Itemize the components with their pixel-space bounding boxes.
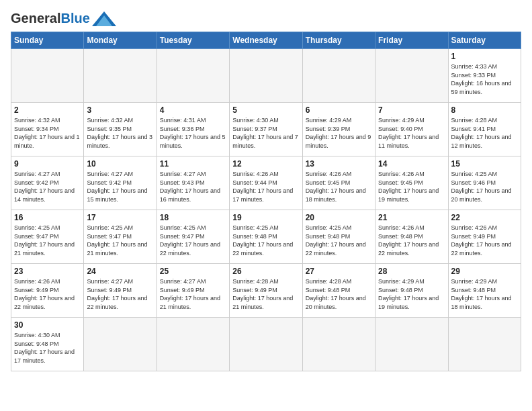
weekday-row: SundayMondayTuesdayWednesdayThursdayFrid…: [11, 32, 521, 49]
calendar-cell: 7Sunrise: 4:29 AM Sunset: 9:40 PM Daylig…: [375, 103, 448, 156]
cell-info: Sunrise: 4:27 AM Sunset: 9:49 PM Dayligh…: [160, 277, 226, 311]
cell-info: Sunrise: 4:25 AM Sunset: 9:46 PM Dayligh…: [451, 170, 518, 203]
day-number: 27: [306, 267, 372, 276]
day-number: 25: [160, 267, 226, 276]
calendar-cell: 23Sunrise: 4:26 AM Sunset: 9:49 PM Dayli…: [11, 264, 84, 318]
calendar-cell: [157, 318, 229, 371]
calendar-cell: [375, 318, 448, 371]
day-number: 29: [451, 267, 518, 276]
cell-info: Sunrise: 4:29 AM Sunset: 9:48 PM Dayligh…: [378, 277, 445, 311]
logo-row: GeneralBlue: [11, 11, 116, 26]
day-number: 26: [232, 267, 299, 276]
cell-info: Sunrise: 4:26 AM Sunset: 9:45 PM Dayligh…: [378, 170, 445, 203]
logo-text: GeneralBlue: [11, 11, 90, 26]
cell-info: Sunrise: 4:29 AM Sunset: 9:40 PM Dayligh…: [378, 116, 445, 150]
calendar-cell: 28Sunrise: 4:29 AM Sunset: 9:48 PM Dayli…: [375, 264, 448, 318]
day-number: 28: [378, 267, 445, 276]
calendar-header: SundayMondayTuesdayWednesdayThursdayFrid…: [11, 32, 521, 49]
day-number: 1: [451, 52, 518, 61]
cell-info: Sunrise: 4:26 AM Sunset: 9:49 PM Dayligh…: [451, 224, 518, 257]
page-container: GeneralBlue SundayMondayTuesdayWednesday…: [11, 11, 521, 371]
cell-info: Sunrise: 4:27 AM Sunset: 9:42 PM Dayligh…: [14, 170, 81, 203]
calendar-cell: 15Sunrise: 4:25 AM Sunset: 9:46 PM Dayli…: [448, 156, 521, 210]
cell-info: Sunrise: 4:27 AM Sunset: 9:42 PM Dayligh…: [87, 170, 153, 203]
calendar-cell: [230, 318, 302, 371]
cell-info: Sunrise: 4:28 AM Sunset: 9:48 PM Dayligh…: [306, 277, 372, 311]
calendar-cell: 3Sunrise: 4:32 AM Sunset: 9:35 PM Daylig…: [84, 103, 157, 156]
calendar-cell: 25Sunrise: 4:27 AM Sunset: 9:49 PM Dayli…: [157, 264, 229, 318]
calendar-cell: 29Sunrise: 4:29 AM Sunset: 9:48 PM Dayli…: [448, 264, 521, 318]
day-number: 2: [14, 105, 81, 115]
cell-info: Sunrise: 4:25 AM Sunset: 9:47 PM Dayligh…: [14, 224, 81, 257]
logo-general: General: [11, 11, 60, 26]
cell-info: Sunrise: 4:25 AM Sunset: 9:47 PM Dayligh…: [160, 224, 226, 257]
cell-info: Sunrise: 4:26 AM Sunset: 9:49 PM Dayligh…: [14, 277, 81, 311]
calendar-cell: 4Sunrise: 4:31 AM Sunset: 9:36 PM Daylig…: [157, 103, 229, 156]
day-number: 17: [87, 213, 153, 222]
calendar-cell: 11Sunrise: 4:27 AM Sunset: 9:43 PM Dayli…: [157, 156, 229, 210]
calendar-cell: 18Sunrise: 4:25 AM Sunset: 9:47 PM Dayli…: [157, 210, 229, 264]
calendar-cell: [302, 49, 375, 103]
cell-info: Sunrise: 4:27 AM Sunset: 9:43 PM Dayligh…: [160, 170, 226, 203]
cell-info: Sunrise: 4:27 AM Sunset: 9:49 PM Dayligh…: [87, 277, 153, 311]
calendar-cell: 14Sunrise: 4:26 AM Sunset: 9:45 PM Dayli…: [375, 156, 448, 210]
day-number: 3: [87, 105, 153, 115]
day-number: 24: [87, 267, 153, 276]
cell-info: Sunrise: 4:25 AM Sunset: 9:48 PM Dayligh…: [306, 224, 372, 257]
weekday-header: Tuesday: [157, 32, 229, 49]
cell-info: Sunrise: 4:28 AM Sunset: 9:41 PM Dayligh…: [451, 116, 518, 150]
calendar-cell: 13Sunrise: 4:26 AM Sunset: 9:45 PM Dayli…: [302, 156, 375, 210]
calendar-week-row: 9Sunrise: 4:27 AM Sunset: 9:42 PM Daylig…: [11, 156, 521, 210]
weekday-header: Wednesday: [230, 32, 302, 49]
day-number: 13: [306, 159, 372, 169]
calendar-table: SundayMondayTuesdayWednesdayThursdayFrid…: [11, 32, 521, 371]
day-number: 5: [232, 105, 299, 115]
cell-info: Sunrise: 4:32 AM Sunset: 9:35 PM Dayligh…: [87, 116, 153, 150]
day-number: 10: [87, 159, 153, 169]
calendar-cell: 8Sunrise: 4:28 AM Sunset: 9:41 PM Daylig…: [448, 103, 521, 156]
calendar-cell: 5Sunrise: 4:30 AM Sunset: 9:37 PM Daylig…: [230, 103, 302, 156]
cell-info: Sunrise: 4:30 AM Sunset: 9:48 PM Dayligh…: [14, 331, 81, 365]
calendar-cell: 17Sunrise: 4:25 AM Sunset: 9:47 PM Dayli…: [84, 210, 157, 264]
day-number: 15: [451, 159, 518, 169]
calendar-cell: 24Sunrise: 4:27 AM Sunset: 9:49 PM Dayli…: [84, 264, 157, 318]
calendar-cell: [230, 49, 302, 103]
day-number: 30: [14, 320, 81, 330]
day-number: 22: [451, 213, 518, 222]
cell-info: Sunrise: 4:26 AM Sunset: 9:44 PM Dayligh…: [232, 170, 299, 203]
day-number: 14: [378, 159, 445, 169]
calendar-week-row: 16Sunrise: 4:25 AM Sunset: 9:47 PM Dayli…: [11, 210, 521, 264]
day-number: 7: [378, 105, 445, 115]
calendar-cell: [448, 318, 521, 371]
day-number: 18: [160, 213, 226, 222]
calendar-cell: 10Sunrise: 4:27 AM Sunset: 9:42 PM Dayli…: [84, 156, 157, 210]
calendar-cell: 9Sunrise: 4:27 AM Sunset: 9:42 PM Daylig…: [11, 156, 84, 210]
calendar-cell: 12Sunrise: 4:26 AM Sunset: 9:44 PM Dayli…: [230, 156, 302, 210]
calendar-cell: 27Sunrise: 4:28 AM Sunset: 9:48 PM Dayli…: [302, 264, 375, 318]
weekday-header: Monday: [84, 32, 157, 49]
calendar-cell: 30Sunrise: 4:30 AM Sunset: 9:48 PM Dayli…: [11, 318, 84, 371]
cell-info: Sunrise: 4:26 AM Sunset: 9:48 PM Dayligh…: [378, 224, 445, 257]
weekday-header: Saturday: [448, 32, 521, 49]
calendar-week-row: 2Sunrise: 4:32 AM Sunset: 9:34 PM Daylig…: [11, 103, 521, 156]
cell-info: Sunrise: 4:29 AM Sunset: 9:39 PM Dayligh…: [306, 116, 372, 150]
day-number: 19: [232, 213, 299, 222]
day-number: 8: [451, 105, 518, 115]
day-number: 11: [160, 159, 226, 169]
day-number: 6: [306, 105, 372, 115]
calendar-cell: 19Sunrise: 4:25 AM Sunset: 9:48 PM Dayli…: [230, 210, 302, 264]
weekday-header: Sunday: [11, 32, 84, 49]
cell-info: Sunrise: 4:32 AM Sunset: 9:34 PM Dayligh…: [14, 116, 81, 150]
cell-info: Sunrise: 4:26 AM Sunset: 9:45 PM Dayligh…: [306, 170, 372, 203]
cell-info: Sunrise: 4:33 AM Sunset: 9:33 PM Dayligh…: [451, 62, 518, 96]
calendar-week-row: 30Sunrise: 4:30 AM Sunset: 9:48 PM Dayli…: [11, 318, 521, 371]
calendar-cell: 2Sunrise: 4:32 AM Sunset: 9:34 PM Daylig…: [11, 103, 84, 156]
logo-blue: Blue: [60, 11, 89, 26]
logo-area: GeneralBlue: [11, 11, 116, 26]
day-number: 12: [232, 159, 299, 169]
calendar-cell: [157, 49, 229, 103]
day-number: 4: [160, 105, 226, 115]
logo-icon: [92, 11, 116, 26]
calendar-cell: 16Sunrise: 4:25 AM Sunset: 9:47 PM Dayli…: [11, 210, 84, 264]
weekday-header: Thursday: [302, 32, 375, 49]
